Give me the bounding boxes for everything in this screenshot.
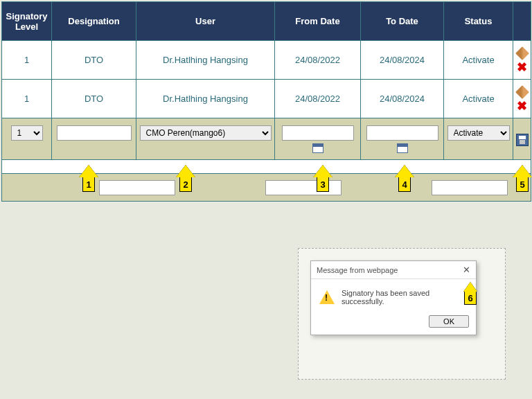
edit-icon[interactable]: [515, 85, 529, 99]
callout-5: 5: [513, 165, 532, 192]
cell-status: Activate: [444, 41, 513, 80]
user-select[interactable]: CMO Peren(mango6): [140, 125, 272, 141]
table-row: 1 DTO Dr.Hatlhing Hangsing 24/08/2022 24…: [2, 41, 531, 80]
from-date-input[interactable]: [282, 125, 354, 141]
callout-2: 2: [176, 165, 195, 192]
to-date-input[interactable]: [366, 125, 438, 141]
cell-level: 1: [2, 41, 52, 80]
col-header-to: To Date: [361, 2, 444, 41]
cell-user: Dr.Hatlhing Hangsing: [136, 41, 275, 80]
delete-icon[interactable]: ✖: [517, 101, 527, 111]
col-header-user: User: [136, 2, 275, 41]
input-row: 1 CMO Peren(mango6) Activate: [2, 118, 531, 160]
warning-icon: [319, 290, 335, 304]
level-select[interactable]: 1: [11, 125, 43, 141]
col-header-actions: [513, 2, 531, 41]
delete-icon[interactable]: ✖: [517, 62, 527, 72]
message-dialog: Message from webpage ✕ Signatory has bee…: [310, 260, 477, 335]
close-icon[interactable]: ✕: [463, 265, 470, 275]
callout-3: 3: [313, 165, 332, 192]
cell-level: 1: [2, 80, 52, 118]
col-header-status: Status: [444, 2, 513, 41]
callout-4: 4: [395, 165, 414, 192]
designation-input[interactable]: [57, 125, 132, 141]
col-header-designation: Designation: [52, 2, 136, 41]
callout-1: 1: [79, 165, 98, 192]
table-row: 1 DTO Dr.Hatlhing Hangsing 24/08/2022 24…: [2, 80, 531, 118]
edit-icon[interactable]: [515, 46, 529, 60]
footer-input-1[interactable]: [99, 180, 175, 195]
callout-6: 6: [461, 282, 480, 305]
cell-user: Dr.Hatlhing Hangsing: [136, 80, 275, 118]
cell-to: 24/08/2024: [361, 41, 444, 80]
status-select[interactable]: Activate: [447, 125, 510, 141]
save-icon[interactable]: [516, 134, 529, 146]
cell-designation: DTO: [52, 41, 136, 80]
ok-button[interactable]: OK: [429, 315, 469, 328]
col-header-level: Signatory Level: [2, 2, 52, 41]
cell-to: 24/08/2024: [361, 80, 444, 118]
cell-designation: DTO: [52, 80, 136, 118]
col-header-from: From Date: [275, 2, 361, 41]
cell-status: Activate: [444, 80, 513, 118]
footer-input-3[interactable]: [432, 180, 508, 195]
calendar-icon[interactable]: [397, 143, 408, 153]
cell-from: 24/08/2022: [275, 80, 361, 118]
dialog-title: Message from webpage: [317, 266, 398, 274]
cell-from: 24/08/2022: [275, 41, 361, 80]
calendar-icon[interactable]: [312, 143, 323, 153]
dialog-message: Signatory has been saved successfully.: [342, 289, 468, 305]
